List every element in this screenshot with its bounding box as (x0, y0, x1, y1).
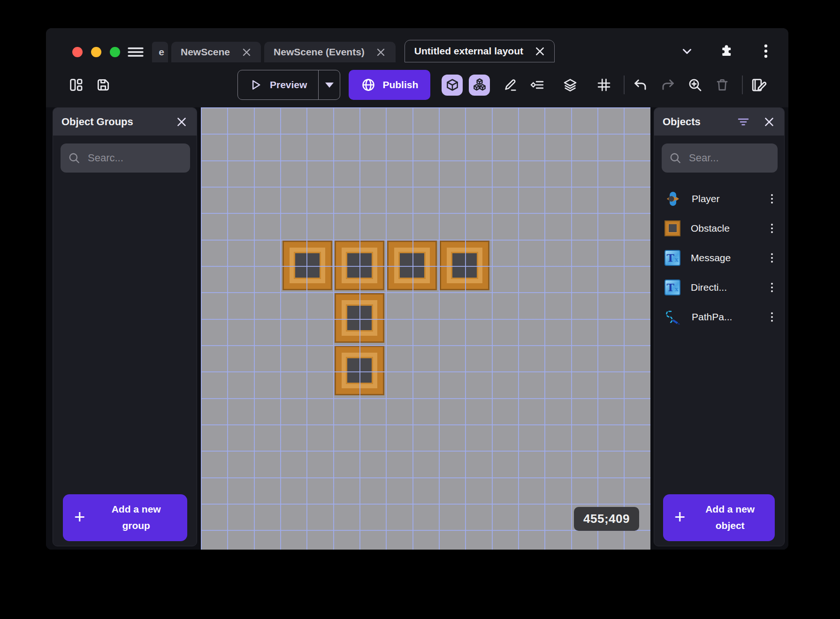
publish-label: Publish (382, 79, 418, 91)
object-row-player[interactable]: Player (654, 184, 784, 213)
text-object-icon: Tx (664, 250, 680, 266)
grid-icon[interactable] (595, 75, 613, 94)
object-row-obstacle[interactable]: Obstacle (654, 213, 784, 243)
edit-scene-properties-icon[interactable] (749, 75, 768, 94)
kebab-menu-icon[interactable] (766, 280, 778, 294)
toolbar: Preview Publish (46, 62, 788, 107)
object-label: Obstacle (691, 223, 756, 234)
close-icon[interactable] (763, 115, 776, 128)
object-label: Player (692, 193, 756, 204)
tab-strip: e NewScene NewScene (Events) Untitled ex… (152, 28, 558, 62)
objects-header: Objects (654, 108, 784, 136)
obstacle-instance[interactable] (387, 241, 437, 290)
tab-newscene-events[interactable]: NewScene (Events) (264, 42, 396, 62)
preview-main[interactable]: Preview (238, 70, 318, 99)
search-icon (669, 152, 681, 164)
globe-icon (361, 77, 376, 92)
hamburger-icon (128, 46, 144, 58)
tab-label: Untitled external layout (414, 45, 523, 57)
window-controls (72, 42, 120, 62)
obstacle-instance[interactable] (335, 346, 384, 395)
objects-cube-icon (445, 78, 459, 92)
path-paint-icon (664, 309, 681, 325)
edit-pen-icon[interactable] (501, 75, 519, 94)
toolbar-divider (742, 75, 743, 94)
content-area: Object Groups + Add a new group (46, 107, 788, 550)
tab-label: e (159, 46, 164, 58)
zoom-in-icon[interactable] (686, 75, 704, 94)
filter-icon[interactable] (736, 115, 750, 128)
object-row-pathpaint[interactable]: PathPa... (654, 302, 784, 332)
plus-icon: + (674, 507, 685, 526)
puzzle-extensions-icon[interactable] (718, 43, 735, 60)
add-group-label: Add a new group (90, 501, 183, 534)
objects-panel-body (654, 332, 784, 494)
objects-view-toggle[interactable] (442, 75, 463, 96)
undo-icon[interactable] (631, 75, 650, 94)
panel-title: Objects (663, 116, 701, 128)
obstacle-instance[interactable] (335, 293, 384, 343)
kebab-menu-icon[interactable] (766, 221, 778, 235)
tab-untitled-external-layout[interactable]: Untitled external layout (405, 40, 555, 62)
instances-list-icon[interactable] (528, 75, 547, 94)
minimize-window-button[interactable] (91, 47, 101, 57)
objects-search[interactable] (662, 143, 778, 173)
kebab-menu-icon[interactable] (766, 251, 778, 265)
canvas-grid (201, 107, 650, 550)
plus-icon: + (74, 507, 85, 526)
object-label: PathPa... (692, 311, 756, 323)
maximize-window-button[interactable] (110, 47, 120, 57)
add-object-label: Add a new object (690, 501, 770, 534)
tab-clipped[interactable]: e (152, 42, 168, 62)
scene-canvas[interactable]: 455;409 (201, 107, 650, 550)
objects-panel: Objects (654, 107, 785, 546)
kebab-menu-icon[interactable] (757, 43, 774, 60)
trash-icon[interactable] (713, 75, 732, 94)
close-window-button[interactable] (72, 47, 83, 57)
close-icon[interactable] (376, 47, 386, 57)
tab-newscene[interactable]: NewScene (171, 42, 261, 62)
search-input[interactable] (88, 152, 197, 164)
instances-cubes-icon (472, 77, 487, 92)
tab-label: NewScene (181, 46, 230, 58)
object-groups-header: Object Groups (53, 108, 197, 136)
instances-view-toggle[interactable] (469, 75, 490, 96)
caret-down-icon (325, 83, 334, 88)
player-icon (664, 190, 681, 208)
preview-options-dropdown[interactable] (318, 70, 340, 99)
object-groups-search[interactable] (61, 143, 190, 173)
add-group-button[interactable]: + Add a new group (63, 494, 187, 541)
close-icon[interactable] (175, 115, 188, 128)
panel-title: Object Groups (61, 116, 133, 128)
object-row-directions[interactable]: Tx Directi... (654, 272, 784, 302)
object-label: Message (691, 252, 756, 264)
obstacle-instance[interactable] (335, 241, 384, 290)
kebab-menu-icon[interactable] (766, 310, 778, 324)
cursor-coordinates-badge: 455;409 (574, 507, 639, 531)
text-object-icon: Tx (664, 279, 680, 295)
object-row-message[interactable]: Tx Message (654, 243, 784, 272)
search-icon (68, 152, 80, 164)
object-label: Directi... (691, 282, 756, 293)
close-icon[interactable] (241, 47, 252, 57)
obstacle-icon (664, 220, 680, 236)
play-icon (249, 78, 262, 91)
layers-icon[interactable] (561, 75, 580, 94)
add-object-button[interactable]: + Add a new object (663, 494, 775, 541)
obstacle-instance[interactable] (440, 241, 489, 290)
close-icon[interactable] (535, 46, 545, 56)
preview-label: Preview (270, 79, 307, 91)
tab-label: NewScene (Events) (274, 46, 365, 58)
chevron-down-icon[interactable] (679, 43, 695, 60)
kebab-menu-icon[interactable] (766, 192, 778, 206)
publish-button[interactable]: Publish (349, 70, 430, 100)
main-menu-button[interactable] (128, 42, 144, 62)
redo-icon[interactable] (658, 75, 677, 94)
panels-layout-icon[interactable] (67, 75, 85, 94)
toolbar-divider (624, 75, 625, 94)
obstacle-instance[interactable] (283, 241, 332, 290)
search-input[interactable] (689, 152, 785, 164)
preview-button[interactable]: Preview (237, 70, 340, 100)
save-icon[interactable] (94, 75, 113, 94)
object-groups-list (53, 177, 197, 494)
